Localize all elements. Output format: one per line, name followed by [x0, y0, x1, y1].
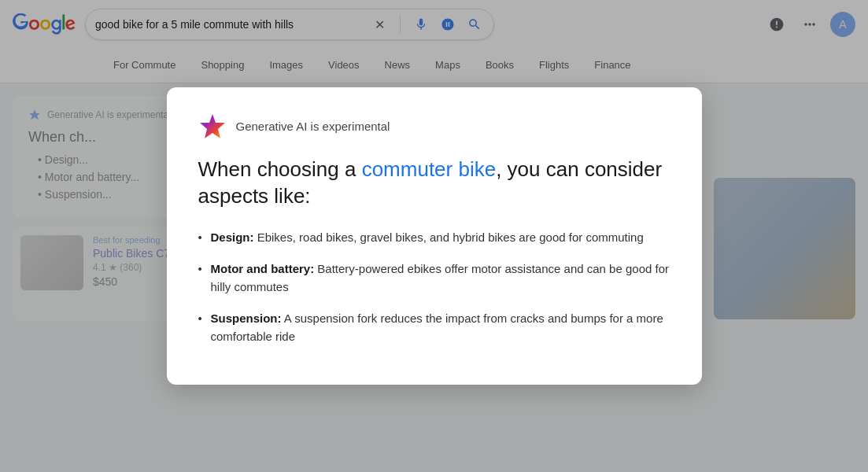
modal-ai-icon — [198, 112, 227, 141]
modal-header: Generative AI is experimental — [198, 112, 670, 141]
item-text-design: Ebikes, road bikes, gravel bikes, and hy… — [257, 230, 644, 244]
modal-list-item-suspension: Suspension: A suspension fork reduces th… — [198, 310, 670, 345]
item-label-design: Design: — [211, 230, 254, 244]
modal-overlay[interactable]: Generative AI is experimental When choos… — [0, 0, 868, 472]
item-label-suspension: Suspension: — [211, 312, 282, 325]
item-label-motor: Motor and battery: — [211, 262, 315, 275]
modal-title-text: When choosing a commuter bike, you can c… — [198, 157, 663, 208]
svg-marker-1 — [200, 114, 225, 138]
modal-list: Design: Ebikes, road bikes, gravel bikes… — [198, 229, 670, 346]
modal-list-item-design: Design: Ebikes, road bikes, gravel bikes… — [198, 229, 670, 247]
modal-dialog: Generative AI is experimental When choos… — [167, 87, 702, 385]
modal-badge-text: Generative AI is experimental — [236, 120, 390, 133]
modal-title: When choosing a commuter bike, you can c… — [198, 157, 670, 210]
modal-list-item-motor: Motor and battery: Battery-powered ebike… — [198, 260, 670, 296]
